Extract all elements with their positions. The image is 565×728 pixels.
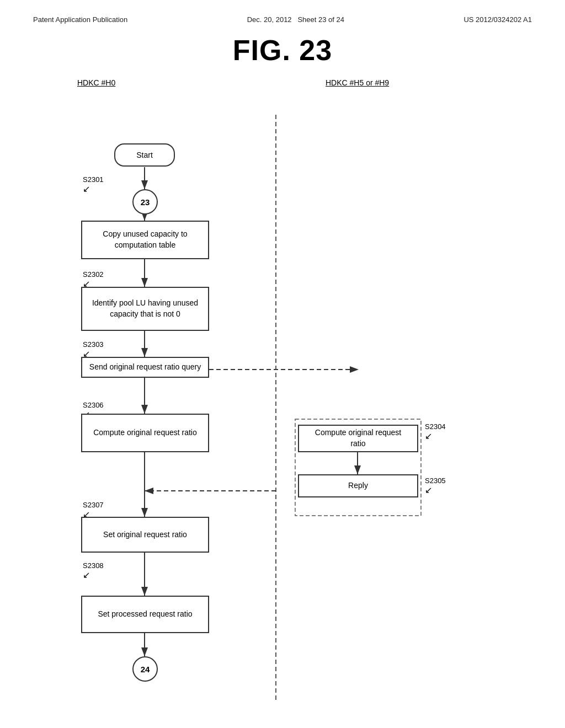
step-s2302: S2302 ↙	[83, 270, 104, 289]
start-node: Start	[114, 143, 175, 167]
box-set-original: Set original request ratio	[81, 517, 209, 553]
step-s2304: S2304 ↙	[425, 422, 446, 441]
box-copy: Copy unused capacity to computation tabl…	[81, 221, 209, 259]
connector-23: 23	[132, 189, 158, 215]
col-header-right: HDKC #H5 or #H9	[326, 78, 389, 87]
step-s2303: S2303 ↙	[83, 340, 104, 359]
fig-title: FIG. 23	[0, 34, 565, 67]
header-left: Patent Application Publication	[33, 15, 127, 24]
box-identify: Identify pool LU having unused capacity …	[81, 287, 209, 331]
step-s2308: S2308 ↙	[83, 561, 104, 580]
step-s2301: S2301 ↙	[83, 175, 104, 194]
header-center: Dec. 20, 2012 Sheet 23 of 24	[247, 15, 344, 24]
box-compute-right: Compute original request ratio	[298, 425, 418, 452]
box-reply: Reply	[298, 474, 418, 497]
box-compute-left: Compute original request ratio	[81, 414, 209, 452]
box-send: Send original request ratio query	[81, 357, 209, 378]
step-s2305: S2305 ↙	[425, 477, 446, 495]
connector-24: 24	[132, 656, 158, 682]
header-right: US 2012/0324202 A1	[463, 15, 532, 24]
box-set-processed: Set processed request ratio	[81, 596, 209, 633]
col-header-left: HDKC #H0	[77, 78, 115, 87]
